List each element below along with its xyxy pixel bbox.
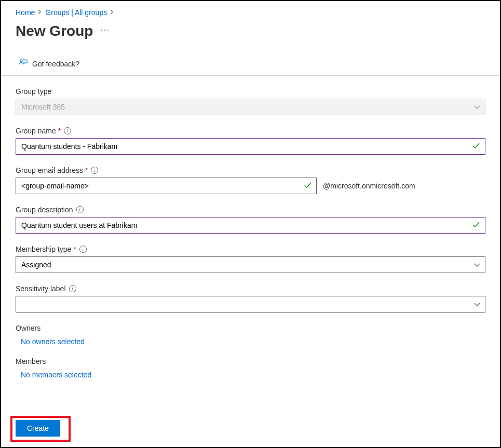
create-button[interactable]: Create	[16, 420, 60, 437]
group-name-label: Group name	[16, 127, 56, 135]
feedback-link[interactable]: Got feedback?	[16, 58, 490, 69]
sensitivity-label-label: Sensitivity label	[16, 284, 66, 293]
info-icon[interactable]: i	[64, 127, 71, 134]
feedback-label: Got feedback?	[32, 60, 79, 68]
required-indicator: *	[85, 166, 88, 174]
group-description-label: Group description	[16, 206, 73, 214]
membership-type-select[interactable]	[16, 256, 485, 273]
group-description-input[interactable]	[16, 218, 485, 233]
feedback-icon	[19, 58, 28, 69]
members-heading: Members	[16, 357, 485, 365]
membership-type-label: Membership type	[16, 245, 71, 253]
group-type-label: Group type	[16, 87, 51, 96]
breadcrumb-groups[interactable]: Groups | All groups	[45, 8, 107, 17]
email-domain-suffix: @microsoft.onmicrosoft.com	[323, 182, 415, 190]
group-email-label: Group email address	[16, 166, 83, 174]
sensitivity-label-select[interactable]	[16, 296, 485, 313]
form-scroll-area[interactable]: Group type Group name * i	[16, 76, 490, 413]
info-icon[interactable]: i	[91, 167, 98, 174]
info-icon[interactable]: i	[76, 206, 84, 213]
page-title: New Group	[16, 23, 93, 39]
required-indicator: *	[58, 127, 61, 135]
owners-link[interactable]: No owners selected	[16, 337, 85, 346]
info-icon[interactable]: i	[69, 285, 76, 292]
info-icon[interactable]: i	[79, 246, 87, 253]
svg-point-0	[20, 60, 22, 62]
required-indicator: *	[73, 245, 76, 253]
breadcrumb-home[interactable]: Home	[16, 8, 35, 17]
footer-bar: Create	[16, 413, 490, 447]
chevron-right-icon	[38, 9, 42, 16]
group-email-input[interactable]	[16, 178, 317, 194]
group-type-select[interactable]	[16, 99, 485, 115]
members-link[interactable]: No members selected	[16, 371, 91, 379]
owners-heading: Owners	[16, 324, 485, 332]
chevron-right-icon	[110, 9, 114, 16]
breadcrumb: Home Groups | All groups	[16, 8, 490, 17]
group-name-input[interactable]	[16, 139, 485, 154]
more-actions-button[interactable]: ···	[100, 26, 110, 36]
